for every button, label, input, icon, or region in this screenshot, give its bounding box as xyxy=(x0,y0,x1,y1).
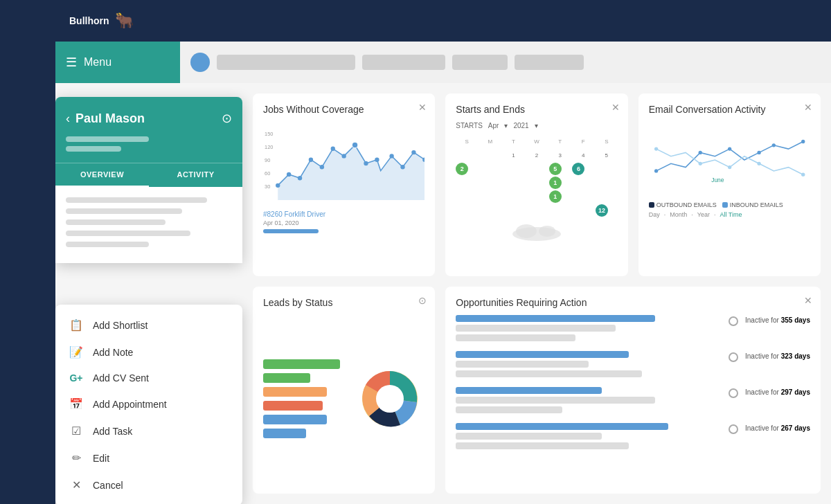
email-widget-close[interactable]: ✕ xyxy=(804,102,812,113)
opp-bars-2 xyxy=(456,351,722,380)
starts-widget-close[interactable]: ✕ xyxy=(611,102,620,113)
opp-status-1: Inactive for 355 days xyxy=(745,316,810,324)
bull-icon: Bullhorn xyxy=(69,15,109,26)
cal-d2 xyxy=(479,149,501,161)
top-navbar: Bullhorn 🐂 xyxy=(55,0,831,42)
cal-d20 xyxy=(572,177,594,189)
legend-inbound: INBOUND EMAILS xyxy=(722,201,783,208)
cal-d29 xyxy=(456,204,478,217)
leads-bar-green-1 xyxy=(263,359,340,369)
profile-name: Paul Mason xyxy=(75,111,222,126)
cal-dow-6: F xyxy=(572,135,594,147)
leads-widget-close[interactable]: ⊙ xyxy=(418,295,427,306)
cal-dow-7: S xyxy=(596,135,618,147)
edit-label: Edit xyxy=(93,453,109,464)
task-icon: ☑ xyxy=(69,424,83,438)
edit-icon: ✏ xyxy=(69,451,83,465)
cal-d34 xyxy=(572,204,594,217)
svg-point-24 xyxy=(698,151,702,154)
opps-widget-close[interactable]: ✕ xyxy=(804,295,812,306)
opp-bar-gray-8 xyxy=(456,442,628,449)
inbound-dot xyxy=(722,202,728,208)
cal-d19: 1 xyxy=(549,177,562,189)
search-bar-3[interactable] xyxy=(452,55,508,70)
cal-d24 xyxy=(503,190,525,203)
leads-bar-row-3 xyxy=(263,387,348,397)
cal-d10 xyxy=(503,163,525,175)
jobs-widget-close[interactable]: ✕ xyxy=(418,102,427,113)
search-bar-2[interactable] xyxy=(362,55,445,70)
menu-bar[interactable]: ☰ Menu xyxy=(55,42,180,83)
cancel-item[interactable]: ✕ Cancel xyxy=(55,471,242,498)
svg-point-16 xyxy=(389,154,393,158)
cal-dow-4: W xyxy=(526,135,548,147)
profile-field-1 xyxy=(66,197,207,203)
cal-d33 xyxy=(549,204,571,217)
inactive-text-2: Inactive for xyxy=(745,352,781,360)
svg-point-9 xyxy=(309,158,313,162)
profile-header: ‹ Paul Mason ⊙ xyxy=(55,97,242,136)
cal-d21 xyxy=(596,177,618,189)
back-button[interactable]: ‹ xyxy=(66,111,70,126)
shortlist-icon: 📋 xyxy=(69,318,83,332)
cal-d7: 5 xyxy=(596,149,618,161)
svg-text:June: June xyxy=(711,177,724,183)
opp-bar-gray-2 xyxy=(456,334,575,341)
svg-point-25 xyxy=(728,147,731,150)
cancel-icon: ✕ xyxy=(69,478,83,492)
opp-circle-3 xyxy=(729,388,738,398)
add-task-item[interactable]: ☑ Add Task xyxy=(55,417,242,444)
opps-widget: Opportunities Requiring Action ✕ Inactiv… xyxy=(445,287,821,494)
add-note-item[interactable]: 📝 Add Note xyxy=(55,339,242,366)
starts-label: STARTS xyxy=(456,122,483,129)
jobs-chart-svg: 150 120 90 60 30 xyxy=(263,122,425,205)
more-options-icon[interactable]: ⊙ xyxy=(222,111,232,126)
filter-day[interactable]: Day xyxy=(649,211,660,218)
search-area xyxy=(180,42,831,83)
opp-bar-gray-6 xyxy=(456,406,562,413)
leads-bar-orange xyxy=(263,387,327,397)
opp-row-2: Inactive for 323 days xyxy=(456,351,810,380)
jobs-chart: 150 120 90 60 30 xyxy=(263,122,425,205)
svg-point-27 xyxy=(771,143,775,147)
add-task-label: Add Task xyxy=(93,426,132,437)
svg-point-32 xyxy=(757,162,760,165)
svg-point-21 xyxy=(516,224,537,238)
opp-bars-4 xyxy=(456,423,722,452)
days-4: 267 days xyxy=(781,424,810,432)
jobs-widget-title: Jobs Without Coverage xyxy=(263,104,425,115)
profile-body xyxy=(55,187,242,263)
opp-row-4: Inactive for 267 days xyxy=(456,423,810,452)
opp-bar-blue-1 xyxy=(456,315,655,322)
profile-field-5 xyxy=(66,242,149,247)
main-content: ‹ Paul Mason ⊙ OVERVIEW ACTIVITY 📋 Add S… xyxy=(55,83,831,504)
email-chart-svg: June xyxy=(649,122,810,198)
svg-point-26 xyxy=(757,151,760,154)
appointment-icon: 📅 xyxy=(69,397,83,411)
svg-point-33 xyxy=(801,173,805,177)
svg-text:60: 60 xyxy=(265,170,270,177)
svg-text:150: 150 xyxy=(265,131,273,137)
cal-d27 xyxy=(572,190,594,203)
inactive-text-1: Inactive for xyxy=(745,316,781,324)
filter-alltime[interactable]: All Time xyxy=(720,211,742,218)
search-bar-4[interactable] xyxy=(515,55,584,70)
filter-year[interactable]: Year xyxy=(697,211,710,218)
cal-d17 xyxy=(503,177,525,189)
tab-activity[interactable]: ACTIVITY xyxy=(149,163,242,187)
leads-bar-blue xyxy=(263,415,327,424)
tab-overview[interactable]: OVERVIEW xyxy=(55,163,149,187)
svg-point-36 xyxy=(376,385,404,413)
filter-month[interactable]: Month xyxy=(670,211,687,218)
logo-area xyxy=(0,0,55,42)
search-bar-1[interactable] xyxy=(217,55,355,70)
add-cv-sent-item[interactable]: G+ Add CV Sent xyxy=(55,366,242,390)
add-appointment-item[interactable]: 📅 Add Appointment xyxy=(55,390,242,417)
add-shortlist-item[interactable]: 📋 Add Shortlist xyxy=(55,312,242,339)
cal-dow-3: T xyxy=(503,135,525,147)
add-cv-sent-label: Add CV Sent xyxy=(93,372,149,384)
opps-widget-title: Opportunities Requiring Action xyxy=(456,297,810,308)
profile-sub-info xyxy=(55,136,242,163)
edit-item[interactable]: ✏ Edit xyxy=(55,444,242,471)
left-nav-strip xyxy=(0,0,55,504)
